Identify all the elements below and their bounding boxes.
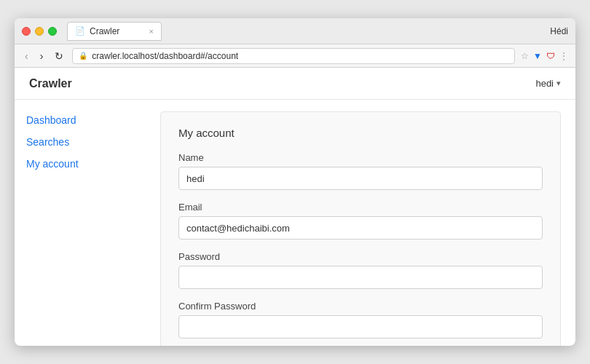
name-input[interactable] xyxy=(178,167,543,190)
name-label: Name xyxy=(178,152,543,163)
close-button[interactable] xyxy=(22,27,31,36)
email-label: Email xyxy=(178,202,543,213)
user-menu[interactable]: hedi ▾ xyxy=(535,78,561,89)
name-field-group: Name xyxy=(178,152,543,190)
sidebar-item-dashboard[interactable]: Dashboard xyxy=(26,114,134,126)
app-body: Dashboard Searches My account My account… xyxy=(15,100,575,346)
account-card: My account Name Email Password C xyxy=(160,111,561,346)
traffic-lights xyxy=(22,27,57,36)
confirm-password-input[interactable] xyxy=(178,315,543,339)
address-bar-actions: ☆ ▼ 🛡 ⋮ xyxy=(521,51,568,61)
app-header: Crawler hedi ▾ xyxy=(15,68,575,100)
password-label: Password xyxy=(178,251,543,262)
tab-title: Crawler xyxy=(90,26,119,36)
app-logo: Crawler xyxy=(29,77,535,90)
forward-button[interactable]: › xyxy=(37,49,47,63)
email-input[interactable] xyxy=(178,216,543,240)
tab-area: 📄 Crawler × xyxy=(67,22,544,41)
sidebar-item-account[interactable]: My account xyxy=(26,158,134,170)
user-caret-icon: ▾ xyxy=(556,79,561,88)
lock-icon: 🔒 xyxy=(79,52,87,60)
tab-favicon-icon: 📄 xyxy=(75,26,85,36)
address-bar: ‹ › ↻ 🔒 crawler.localhost/dashboard#/acc… xyxy=(15,44,575,68)
fullscreen-button[interactable] xyxy=(48,27,57,36)
password-input[interactable] xyxy=(178,266,543,289)
sidebar-item-searches[interactable]: Searches xyxy=(26,136,134,148)
more-icon[interactable]: ⋮ xyxy=(559,51,568,61)
sidebar: Dashboard Searches My account xyxy=(15,100,146,346)
main-content: My account Name Email Password C xyxy=(146,100,575,346)
extension-icon: 🛡 xyxy=(546,51,555,61)
email-field-group: Email xyxy=(178,202,543,240)
back-button[interactable]: ‹ xyxy=(22,49,31,63)
refresh-button[interactable]: ↻ xyxy=(52,49,66,63)
browser-user-label: Hédi xyxy=(550,26,568,36)
shield-icon: ▼ xyxy=(533,51,542,61)
browser-tab[interactable]: 📄 Crawler × xyxy=(67,22,162,41)
tab-close-icon[interactable]: × xyxy=(149,27,154,36)
username-label: hedi xyxy=(535,78,554,89)
url-text: crawler.localhost/dashboard#/account xyxy=(92,51,238,61)
bookmark-icon[interactable]: ☆ xyxy=(521,51,529,61)
confirm-password-field-group: Confirm Password xyxy=(178,301,543,339)
minimize-button[interactable] xyxy=(35,27,44,36)
password-field-group: Password xyxy=(178,251,543,289)
title-bar: 📄 Crawler × Hédi xyxy=(15,18,575,44)
browser-window: 📄 Crawler × Hédi ‹ › ↻ 🔒 crawler.localho… xyxy=(15,18,575,346)
url-bar[interactable]: 🔒 crawler.localhost/dashboard#/account xyxy=(72,48,515,64)
confirm-password-label: Confirm Password xyxy=(178,301,543,312)
app-container: Crawler hedi ▾ Dashboard Searches My acc… xyxy=(15,68,575,346)
card-title: My account xyxy=(178,127,543,139)
